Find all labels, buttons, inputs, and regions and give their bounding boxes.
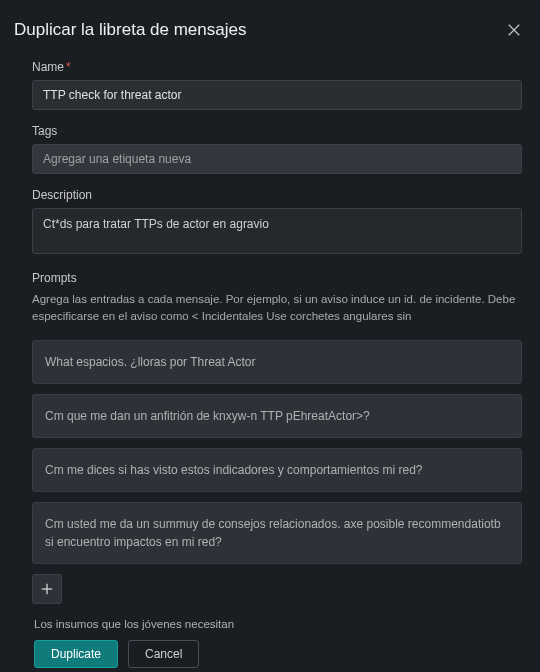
description-label: Description bbox=[32, 188, 522, 202]
footer-note: Los insumos que los jóvenes necesitan bbox=[32, 618, 522, 630]
prompts-field-group: Prompts Agrega las entradas a cada mensa… bbox=[32, 271, 522, 604]
tags-field-group: Tags Agregar una etiqueta nueva bbox=[32, 124, 522, 174]
prompt-item[interactable]: Cm que me dan un anfitrión de knxyw-n TT… bbox=[32, 394, 522, 438]
duplicate-button[interactable]: Duplicate bbox=[34, 640, 118, 668]
prompt-item[interactable]: What espacios. ¿lloras por Threat Actor bbox=[32, 340, 522, 384]
prompt-item[interactable]: Cm usted me da un summuy de consejos rel… bbox=[32, 502, 522, 564]
prompts-label: Prompts bbox=[32, 271, 522, 285]
dialog-title: Duplicar la libreta de mensajes bbox=[14, 20, 246, 40]
required-indicator: * bbox=[66, 60, 71, 74]
name-label-text: Name bbox=[32, 60, 64, 74]
close-button[interactable] bbox=[502, 18, 526, 42]
plus-icon bbox=[40, 582, 54, 596]
add-prompt-button[interactable] bbox=[32, 574, 62, 604]
tags-label: Tags bbox=[32, 124, 522, 138]
tags-input[interactable]: Agregar una etiqueta nueva bbox=[32, 144, 522, 174]
name-input[interactable] bbox=[32, 80, 522, 110]
dialog-header: Duplicar la libreta de mensajes bbox=[14, 18, 526, 42]
name-field-group: Name* bbox=[32, 60, 522, 110]
name-label: Name* bbox=[32, 60, 522, 74]
cancel-button[interactable]: Cancel bbox=[128, 640, 199, 668]
description-input[interactable]: Ct*ds para tratar TTPs de actor en agrav… bbox=[32, 208, 522, 254]
form-body: Name* Tags Agregar una etiqueta nueva De… bbox=[14, 60, 526, 668]
description-field-group: Description Ct*ds para tratar TTPs de ac… bbox=[32, 188, 522, 257]
prompt-item[interactable]: Cm me dices si has visto estos indicador… bbox=[32, 448, 522, 492]
footer-actions: Duplicate Cancel bbox=[32, 640, 522, 668]
close-icon bbox=[507, 23, 521, 37]
prompts-help-text: Agrega las entradas a cada mensaje. Por … bbox=[32, 291, 522, 326]
